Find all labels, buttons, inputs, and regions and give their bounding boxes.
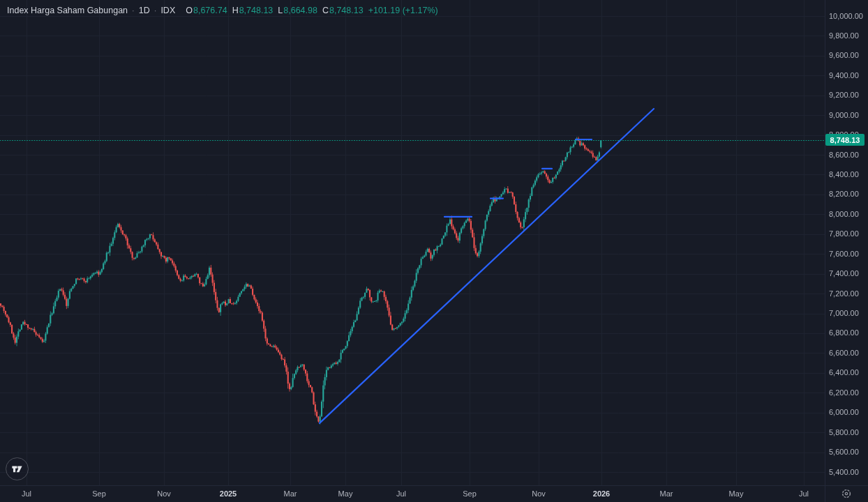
price-tick-label: 7,200.00 xyxy=(829,289,859,298)
time-tick-label: May xyxy=(729,489,744,498)
open-value: 8,676.74 xyxy=(193,6,227,15)
price-tick-label: 6,600.00 xyxy=(829,349,859,358)
price-tick-label: 5,600.00 xyxy=(829,448,859,457)
tradingview-chart-window: Index Harga Saham Gabungan · 1D · IDX O8… xyxy=(0,0,868,502)
price-tick-label: 9,400.00 xyxy=(829,71,859,80)
price-tick-label: 5,800.00 xyxy=(829,428,859,437)
time-tick-label: Sep xyxy=(92,489,106,498)
exchange-label[interactable]: IDX xyxy=(160,6,175,15)
price-tick-label: 7,800.00 xyxy=(829,229,859,238)
time-tick-label: May xyxy=(338,489,353,498)
close-value: 8,748.13 xyxy=(329,6,364,15)
price-tick-label: 9,600.00 xyxy=(829,51,859,60)
interval-label[interactable]: 1D xyxy=(139,6,150,15)
price-tick-label: 9,200.00 xyxy=(829,91,859,100)
price-tick-label: 9,800.00 xyxy=(829,31,859,40)
price-tick-label: 6,200.00 xyxy=(829,388,859,397)
price-tick-label: 7,600.00 xyxy=(829,250,859,259)
high-value: 8,748.13 xyxy=(239,6,274,15)
price-tick-label: 8,600.00 xyxy=(829,151,859,160)
price-tick-label: 6,800.00 xyxy=(829,328,859,337)
price-tick-label: 6,000.00 xyxy=(829,408,859,417)
time-tick-label: Jul xyxy=(396,489,406,498)
price-tick-label: 7,400.00 xyxy=(829,269,859,278)
open-label: O xyxy=(186,6,193,15)
price-tick-label: 9,000.00 xyxy=(829,111,859,120)
time-tick-label: Jul xyxy=(22,489,31,498)
price-axis[interactable]: 5,400.005,600.005,800.006,000.006,200.00… xyxy=(825,0,868,485)
symbol-legend[interactable]: Index Harga Saham Gabungan · 1D · IDX O8… xyxy=(7,6,438,15)
legend-separator: · xyxy=(131,6,135,15)
price-chart-canvas[interactable] xyxy=(0,0,868,502)
time-tick-label: Nov xyxy=(532,489,546,498)
time-tick-label: Sep xyxy=(463,489,477,498)
time-tick-label: Jul xyxy=(799,489,809,498)
time-tick-label: Mar xyxy=(284,489,297,498)
low-label: L xyxy=(278,6,283,15)
price-tick-label: 7,000.00 xyxy=(829,309,859,318)
price-tick-label: 6,400.00 xyxy=(829,368,859,377)
low-value: 8,664.98 xyxy=(283,6,317,15)
time-tick-label: 2025 xyxy=(220,489,237,498)
tradingview-logo-icon xyxy=(10,462,24,476)
legend-separator: · xyxy=(154,6,158,15)
change-value: +101.19 (+1.17%) xyxy=(368,6,438,15)
high-label: H xyxy=(232,6,239,15)
tradingview-logo[interactable] xyxy=(6,457,29,480)
price-tick-label: 8,400.00 xyxy=(829,170,859,179)
close-label: C xyxy=(322,6,329,15)
current-price-badge: 8,748.13 xyxy=(825,134,865,146)
time-axis[interactable]: JulSepNov2025MarMayJulSepNov2026MarMayJu… xyxy=(0,485,868,502)
price-tick-label: 10,000.00 xyxy=(829,12,863,21)
gear-icon[interactable] xyxy=(841,488,852,499)
gear-icon-glyph xyxy=(841,488,852,499)
price-tick-label: 8,000.00 xyxy=(829,210,859,219)
time-tick-label: 2026 xyxy=(593,489,610,498)
time-tick-label: Mar xyxy=(660,489,673,498)
time-tick-label: Nov xyxy=(157,489,171,498)
price-tick-label: 5,400.00 xyxy=(829,468,859,477)
symbol-title[interactable]: Index Harga Saham Gabungan xyxy=(7,6,128,15)
ohlc-values: O8,676.74 H8,748.13 L8,664.98 C8,748.13 … xyxy=(186,6,438,15)
price-tick-label: 8,200.00 xyxy=(829,190,859,199)
